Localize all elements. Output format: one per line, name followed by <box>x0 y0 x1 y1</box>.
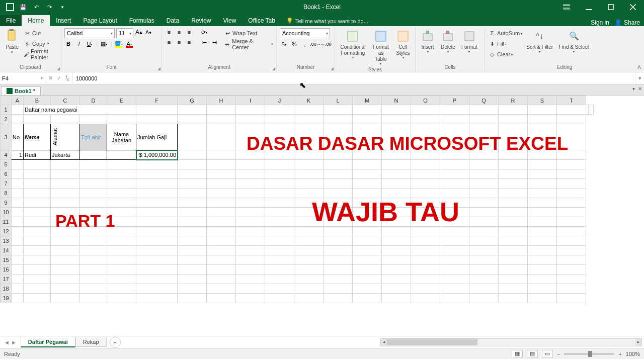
cell[interactable] <box>178 189 207 198</box>
cell[interactable] <box>107 150 136 160</box>
maximize-icon[interactable] <box>600 0 622 14</box>
cell[interactable] <box>499 105 528 115</box>
cell[interactable] <box>324 227 353 236</box>
cell[interactable] <box>528 169 557 179</box>
orientation-icon[interactable]: ⟳▾ <box>200 28 208 36</box>
scroll-left-icon[interactable]: ◄ <box>381 339 387 346</box>
cell[interactable] <box>440 294 469 303</box>
cell[interactable] <box>178 236 207 246</box>
cell[interactable] <box>324 294 353 303</box>
cell[interactable] <box>411 227 440 236</box>
cell[interactable] <box>382 179 411 189</box>
cell[interactable] <box>440 179 469 189</box>
cell[interactable] <box>557 189 586 198</box>
cell[interactable] <box>12 217 24 227</box>
cell[interactable] <box>528 246 557 255</box>
cell[interactable] <box>80 150 107 160</box>
cell[interactable] <box>440 115 469 124</box>
cell[interactable] <box>12 284 24 294</box>
cell[interactable] <box>499 275 528 284</box>
cell[interactable] <box>236 115 265 124</box>
cell[interactable] <box>353 236 382 246</box>
decrease-decimal-icon[interactable]: ←.00 <box>322 40 330 48</box>
cell[interactable] <box>24 217 51 227</box>
sheet-nav[interactable]: ◄ ► <box>0 339 21 345</box>
cell[interactable] <box>107 294 136 303</box>
cell[interactable] <box>265 265 294 275</box>
cell[interactable] <box>236 198 265 208</box>
cell[interactable] <box>236 169 265 179</box>
cell[interactable] <box>265 246 294 255</box>
cell[interactable] <box>178 198 207 208</box>
cell[interactable] <box>557 208 586 217</box>
cell[interactable] <box>51 236 80 246</box>
tab-file[interactable]: File <box>0 15 22 26</box>
cell[interactable] <box>469 294 499 303</box>
cell[interactable] <box>265 115 294 124</box>
merge-center-button[interactable]: ⬌Merge & Center▾ <box>223 39 273 49</box>
insert-cells-button[interactable]: Insert▾ <box>419 28 437 55</box>
wrap-text-button[interactable]: ↩Wrap Text <box>223 28 273 38</box>
row-header[interactable]: 10 <box>1 208 12 217</box>
cell[interactable] <box>24 265 51 275</box>
cell[interactable] <box>12 227 24 236</box>
cell[interactable] <box>178 169 207 179</box>
cell[interactable]: Rudi <box>24 150 51 160</box>
fill-color-button[interactable]: 🪣▾ <box>115 40 123 48</box>
cell[interactable] <box>207 246 236 255</box>
cell[interactable] <box>51 115 80 124</box>
cell[interactable] <box>324 246 353 255</box>
cell[interactable] <box>324 236 353 246</box>
cell[interactable] <box>51 255 80 265</box>
cell[interactable] <box>80 255 107 265</box>
cell[interactable] <box>207 179 236 189</box>
row-header[interactable]: 11 <box>1 217 12 227</box>
cell[interactable] <box>528 217 557 227</box>
cell[interactable] <box>265 179 294 189</box>
cell[interactable] <box>178 227 207 236</box>
cell[interactable] <box>265 294 294 303</box>
cell[interactable] <box>12 169 24 179</box>
cell[interactable] <box>24 189 51 198</box>
cell[interactable] <box>499 236 528 246</box>
cell[interactable] <box>24 160 51 169</box>
cell[interactable] <box>440 275 469 284</box>
cell[interactable] <box>136 169 178 179</box>
cell[interactable] <box>107 198 136 208</box>
workbook-tab[interactable]: Book1 * <box>1 86 41 95</box>
tab-review[interactable]: Review <box>185 15 217 26</box>
enter-formula-icon[interactable]: ✓ <box>57 75 61 81</box>
cell[interactable] <box>107 255 136 265</box>
cell-styles-button[interactable]: Cell Styles▾ <box>394 28 412 61</box>
cell[interactable] <box>178 246 207 255</box>
cell[interactable] <box>136 115 178 124</box>
col-header[interactable]: J <box>265 96 294 105</box>
zoom-level[interactable]: 100% <box>626 351 640 357</box>
cell[interactable]: NamaJabatan <box>107 124 136 150</box>
row-header[interactable]: 9 <box>1 198 12 208</box>
cell[interactable] <box>499 265 528 275</box>
cell[interactable] <box>411 265 440 275</box>
cell[interactable] <box>528 265 557 275</box>
cell[interactable] <box>557 284 586 294</box>
cell[interactable] <box>24 294 51 303</box>
col-header[interactable]: D <box>80 96 107 105</box>
cell[interactable] <box>80 115 107 124</box>
cell[interactable] <box>528 227 557 236</box>
cell[interactable] <box>557 217 586 227</box>
cell[interactable] <box>24 275 51 284</box>
cell[interactable] <box>178 160 207 169</box>
cell[interactable] <box>528 160 557 169</box>
cell[interactable] <box>24 255 51 265</box>
cell[interactable] <box>499 208 528 217</box>
cell[interactable] <box>178 124 207 150</box>
cell[interactable] <box>178 217 207 227</box>
horizontal-scrollbar[interactable]: ◄ ► <box>380 338 642 346</box>
cell[interactable] <box>557 169 586 179</box>
font-color-button[interactable]: A▾ <box>125 40 133 48</box>
cell[interactable] <box>382 227 411 236</box>
col-header[interactable]: S <box>528 96 557 105</box>
cell[interactable] <box>236 236 265 246</box>
cell[interactable] <box>499 217 528 227</box>
cell[interactable] <box>499 115 528 124</box>
